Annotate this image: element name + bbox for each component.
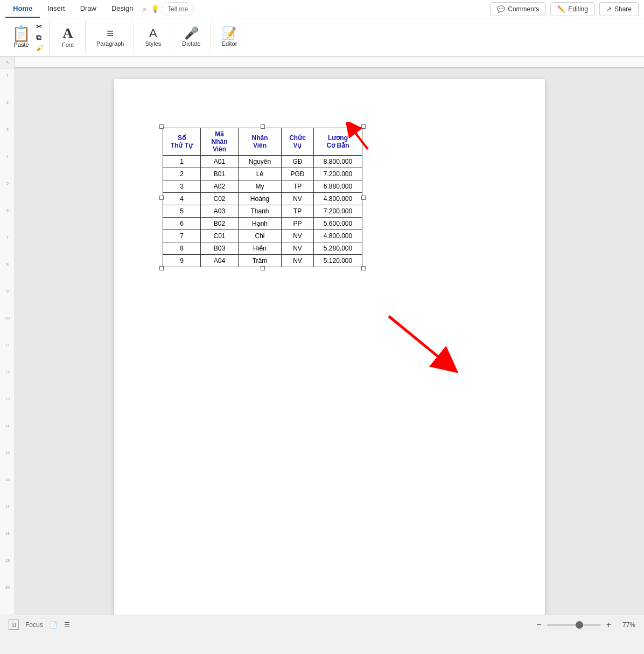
table-cell: 3 — [163, 180, 201, 193]
table-row: 6B02HạnhPP5.600.000 — [163, 218, 362, 230]
table-cell: B01 — [201, 168, 239, 180]
share-button[interactable]: ↗ Share — [599, 2, 639, 16]
table-cell: Lê — [239, 168, 282, 180]
zoom-level[interactable]: 77% — [617, 621, 635, 629]
table-row: 4C02HoàngNV4.800.000 — [163, 193, 362, 205]
table-cell: 2 — [163, 168, 201, 180]
table-cell: Chi — [239, 230, 282, 242]
styles-button[interactable]: A Styles — [141, 25, 165, 49]
microphone-icon: 🎤 — [184, 27, 199, 39]
tab-design[interactable]: Design — [104, 0, 141, 18]
paste-icon: 📋 — [12, 26, 31, 41]
table-cell: B03 — [201, 242, 239, 255]
status-bar: ⊡ Focus 📄 ☰ − + 77% — [0, 615, 644, 634]
table-cell: 6.880.000 — [314, 180, 362, 193]
table-cell: 8.800.000 — [314, 156, 362, 168]
document-page: Số Thứ Tự Mã Nhân Viên Nhân Viên Chức Vụ… — [114, 79, 545, 615]
styles-icon: A — [149, 27, 157, 39]
table-cell: Nguyên — [239, 156, 282, 168]
table-row: 7C01ChiNV4.800.000 — [163, 230, 362, 242]
ruler-corner[interactable]: ↖ — [0, 57, 15, 68]
editor-button[interactable]: 📝 Editor — [218, 25, 242, 49]
styles-group: A Styles — [135, 20, 171, 54]
paste-button[interactable]: 📋 Paste — [9, 20, 34, 54]
dictate-button[interactable]: 🎤 Dictate — [178, 25, 205, 49]
table-cell: 5.120.000 — [314, 255, 362, 267]
status-bar-right: − + 77% — [536, 620, 635, 630]
table-cell: Hiền — [239, 242, 282, 255]
table-cell: Thanh — [239, 205, 282, 218]
page-icon: 📄 — [50, 621, 58, 629]
main-area: 1 2 3 4 5 6 7 8 9 10 11 12 13 14 15 16 1… — [0, 68, 644, 615]
font-group: A Font — [51, 20, 86, 54]
font-icon: A — [63, 26, 73, 40]
table-cell: Trâm — [239, 255, 282, 267]
table-cell: C01 — [201, 230, 239, 242]
table-cell: TP — [282, 205, 314, 218]
document-area[interactable]: Số Thứ Tự Mã Nhân Viên Nhân Viên Chức Vụ… — [15, 68, 644, 615]
table-cell: NV — [282, 242, 314, 255]
table-cell: B02 — [201, 218, 239, 230]
table-cell: 7.200.000 — [314, 205, 362, 218]
editing-button[interactable]: ✏️ Editing — [550, 2, 595, 16]
table-cell: NV — [282, 193, 314, 205]
table-cell: 1 — [163, 156, 201, 168]
table-cell: A03 — [201, 205, 239, 218]
table-cell: 6 — [163, 218, 201, 230]
table-row: 9A04TrâmNV5.120.000 — [163, 255, 362, 267]
list-icon: ☰ — [64, 621, 70, 629]
pencil-icon: ✏️ — [557, 5, 565, 13]
table-cell: Hạnh — [239, 218, 282, 230]
table-wrapper: Số Thứ Tự Mã Nhân Viên Nhân Viên Chức Vụ… — [163, 128, 362, 267]
ribbon-right-buttons: 💬 Comments ✏️ Editing ↗ Share — [490, 2, 639, 16]
ruler-area: ↖ — [0, 57, 644, 68]
table-cell: Hoàng — [239, 193, 282, 205]
arrow-annotation-down — [383, 311, 459, 378]
ribbon-tabs: Home Insert Draw Design » 💡 Tell me 💬 Co… — [0, 0, 644, 18]
table-cell: A04 — [201, 255, 239, 267]
paragraph-group: ≡ Paragraph — [87, 20, 134, 54]
more-tabs-icon: » — [141, 5, 149, 13]
paragraph-button[interactable]: ≡ Paragraph — [92, 25, 128, 49]
table-cell: 4 — [163, 193, 201, 205]
table-cell: A01 — [201, 156, 239, 168]
col-header-nhanvien: Nhân Viên — [239, 128, 282, 156]
minus-zoom[interactable]: − — [536, 620, 541, 630]
paragraph-icon: ≡ — [107, 27, 114, 39]
cut-button[interactable]: ✂ — [35, 22, 45, 32]
paste-group: 📋 Paste ✂ ⧉ 🖌 — [5, 20, 50, 54]
vertical-ruler: 1 2 3 4 5 6 7 8 9 10 11 12 13 14 15 16 1… — [0, 68, 15, 615]
editor-group: 📝 Editor — [212, 20, 247, 54]
col-header-stt: Số Thứ Tự — [163, 128, 201, 156]
comments-button[interactable]: 💬 Comments — [490, 2, 546, 16]
plus-zoom[interactable]: + — [606, 620, 611, 630]
tab-home[interactable]: Home — [5, 0, 40, 18]
zoom-slider[interactable] — [547, 624, 601, 626]
table-cell: 5 — [163, 205, 201, 218]
focus-label[interactable]: Focus — [25, 621, 43, 629]
editor-icon: 📝 — [222, 27, 236, 39]
table-cell: 5.600.000 — [314, 218, 362, 230]
table-cell: 5.280.000 — [314, 242, 362, 255]
horizontal-ruler — [15, 57, 644, 68]
copy-button[interactable]: ⧉ — [35, 32, 45, 43]
table-cell: 7.200.000 — [314, 168, 362, 180]
tell-me-input[interactable]: Tell me — [162, 2, 194, 16]
clipboard-small-buttons: ✂ ⧉ 🖌 — [34, 20, 46, 54]
col-header-manv: Mã Nhân Viên — [201, 128, 239, 156]
comment-icon: 💬 — [497, 5, 505, 13]
col-header-luong: Lương Cơ Bản — [314, 128, 362, 156]
tab-insert[interactable]: Insert — [40, 0, 73, 18]
table-cell: NV — [282, 255, 314, 267]
font-button[interactable]: A Font — [56, 24, 80, 50]
table-cell: NV — [282, 230, 314, 242]
table-cell: PGĐ — [282, 168, 314, 180]
tab-draw[interactable]: Draw — [73, 0, 104, 18]
table-cell: 4.800.000 — [314, 230, 362, 242]
lightbulb-icon: 💡 — [151, 5, 159, 13]
table-cell: 9 — [163, 255, 201, 267]
svg-line-4 — [389, 316, 448, 365]
table-cell: A02 — [201, 180, 239, 193]
col-header-chucvu: Chức Vụ — [282, 128, 314, 156]
format-painter-button[interactable]: 🖌 — [35, 43, 45, 53]
